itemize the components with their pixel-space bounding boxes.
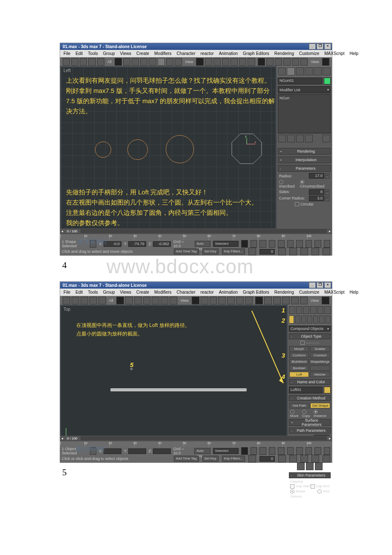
- x-field[interactable]: [104, 448, 121, 454]
- utility-tab-icon[interactable]: [323, 67, 331, 75]
- radius-field[interactable]: 17.0: [309, 173, 324, 179]
- shapemerge-button[interactable]: ShapeMerge: [310, 359, 330, 364]
- viewport-left[interactable]: Left 上次看到有网友提问，问羽毛球拍子怎么做？找了找确实没有这个教程。 刚好…: [61, 66, 276, 235]
- instance-radio[interactable]: [314, 410, 318, 414]
- cap-end-checkbox[interactable]: [311, 484, 315, 489]
- coord-dropdown[interactable]: [196, 58, 203, 66]
- menu-file[interactable]: File: [63, 51, 70, 56]
- surface-params-rollout[interactable]: +Surface Parameters: [289, 419, 331, 426]
- category-dropdown[interactable]: Compound Objects: [289, 326, 331, 332]
- rollout-interpolation[interactable]: +Interpolation: [278, 156, 331, 163]
- conform-button[interactable]: Conform: [289, 353, 309, 358]
- get-shape-button[interactable]: Get Shape: [310, 403, 330, 408]
- cap-start-checkbox[interactable]: [290, 484, 294, 489]
- fov-icon[interactable]: [300, 248, 308, 255]
- schematic-icon[interactable]: [275, 58, 282, 66]
- pick-path-icon[interactable]: [297, 462, 305, 470]
- viewport-nav-icon[interactable]: [323, 248, 330, 255]
- view-dropdown[interactable]: [322, 58, 329, 66]
- object-type-rollout[interactable]: -Object Type: [289, 333, 331, 339]
- restrict-x-icon[interactable]: [213, 58, 221, 66]
- blobmesh-button[interactable]: BlobMesh: [289, 359, 309, 364]
- play-icon[interactable]: [269, 240, 275, 248]
- set-key-button[interactable]: Set Key: [202, 456, 219, 462]
- menu-modifiers[interactable]: Modifiers: [154, 51, 172, 56]
- material-icon[interactable]: [283, 58, 291, 66]
- boolean-button[interactable]: Boolean: [289, 365, 309, 371]
- menu-reactor[interactable]: reactor: [201, 51, 214, 56]
- modify-tab-icon[interactable]: [287, 67, 295, 75]
- menu-customize[interactable]: Customize: [299, 51, 319, 56]
- key-filters-button[interactable]: Key Filters...: [222, 249, 245, 254]
- circular-checkbox[interactable]: [295, 202, 299, 206]
- zoom-icon[interactable]: [296, 240, 303, 248]
- close-button[interactable]: ×: [324, 282, 331, 288]
- modifier-item[interactable]: NGon: [280, 96, 290, 100]
- window-crossing-icon[interactable]: [149, 58, 156, 66]
- create-tab-icon[interactable]: [278, 67, 286, 75]
- object-color-swatch[interactable]: [324, 387, 331, 393]
- view-dropdown-label[interactable]: View: [309, 60, 320, 64]
- copy-radio[interactable]: [302, 410, 306, 414]
- move-radio[interactable]: [290, 410, 294, 414]
- selection-set-all[interactable]: All: [106, 60, 113, 64]
- min-max-icon[interactable]: [311, 248, 319, 255]
- menu-group[interactable]: Group: [103, 290, 115, 295]
- current-frame[interactable]: 0: [259, 456, 275, 462]
- connect-button[interactable]: Connect: [310, 353, 330, 358]
- ref-coord-view[interactable]: View: [183, 60, 195, 64]
- menu-graph[interactable]: Graph Editors: [243, 51, 269, 56]
- redo-icon[interactable]: [72, 297, 79, 304]
- morph-cap-radio[interactable]: [290, 489, 294, 494]
- close-button[interactable]: ×: [324, 43, 331, 49]
- path-params-rollout[interactable]: -Path Parameters: [289, 428, 331, 434]
- viewport-top[interactable]: Top 在顶视图中再画一条直线，做为 Loft 放样的路径。 点最小的圆做为放样…: [61, 305, 287, 444]
- spinner-icon[interactable]: ◂▸: [325, 173, 329, 179]
- link-icon[interactable]: [81, 297, 88, 304]
- next-frame-icon[interactable]: [278, 447, 284, 455]
- menu-group[interactable]: Group: [103, 51, 115, 56]
- zoom-all-icon[interactable]: [306, 240, 312, 248]
- menu-help[interactable]: Help: [349, 290, 358, 295]
- menu-views[interactable]: Views: [120, 51, 132, 56]
- rollout-rendering[interactable]: +Rendering: [278, 148, 331, 155]
- go-start-icon[interactable]: [251, 240, 257, 248]
- scale-icon[interactable]: [175, 58, 182, 66]
- terrain-button[interactable]: [310, 365, 330, 371]
- menu-create[interactable]: Create: [136, 290, 149, 295]
- menu-reactor[interactable]: reactor: [201, 290, 214, 295]
- menu-customize[interactable]: Customize: [299, 290, 319, 295]
- autogrid-checkbox[interactable]: [300, 341, 305, 345]
- display-tab-icon[interactable]: [314, 67, 322, 75]
- next-frame-icon[interactable]: [278, 240, 284, 248]
- undo-icon[interactable]: [63, 297, 70, 304]
- loft-button[interactable]: Loft: [289, 372, 309, 377]
- name-color-rollout[interactable]: -Name and Color: [289, 379, 331, 385]
- menu-modifiers[interactable]: Modifiers: [154, 290, 172, 295]
- menu-character[interactable]: Character: [177, 51, 196, 56]
- select-region-icon[interactable]: [140, 58, 147, 66]
- pin-stack-icon[interactable]: [278, 135, 286, 142]
- time-config-icon[interactable]: [278, 248, 286, 255]
- modifier-list-dropdown[interactable]: Modifier List: [278, 86, 331, 93]
- configure-icon[interactable]: [323, 135, 330, 142]
- menu-animation[interactable]: Animation: [219, 290, 238, 295]
- next-shape-icon[interactable]: [315, 462, 323, 470]
- auto-key-button[interactable]: Auto Key: [195, 241, 210, 247]
- go-end-icon[interactable]: [287, 240, 294, 248]
- layer-icon[interactable]: [266, 58, 274, 66]
- bind-icon[interactable]: [98, 297, 106, 304]
- skin-params-rollout[interactable]: -Skin Parameters: [289, 472, 331, 478]
- menu-graph[interactable]: Graph Editors: [243, 290, 269, 295]
- bind-icon[interactable]: [97, 58, 104, 66]
- motion-tab-icon[interactable]: [305, 67, 313, 75]
- menu-views[interactable]: Views: [120, 290, 132, 295]
- render-scene-icon[interactable]: [292, 58, 299, 66]
- object-color-swatch[interactable]: [324, 78, 331, 84]
- auto-key-button[interactable]: Auto Key: [194, 448, 210, 454]
- select-name-icon[interactable]: [132, 58, 139, 66]
- y-field[interactable]: -74.79: [128, 241, 146, 247]
- object-name-field[interactable]: NGon01: [278, 78, 323, 84]
- go-end-icon[interactable]: [287, 447, 294, 455]
- minimize-button[interactable]: _: [309, 282, 316, 288]
